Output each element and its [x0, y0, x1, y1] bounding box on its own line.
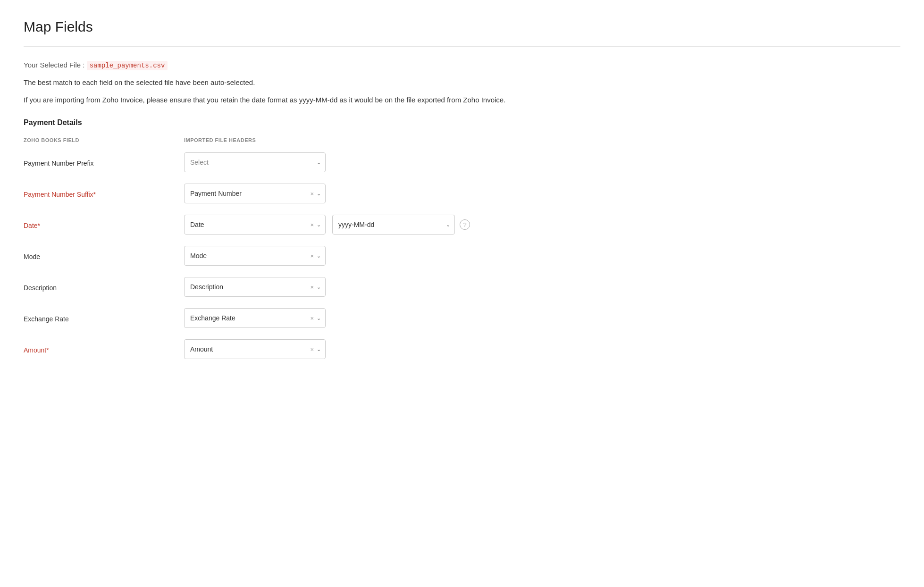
clear-icon-6[interactable]: × — [310, 346, 314, 353]
info-text-1: The best match to each field on the sele… — [24, 77, 900, 88]
title-divider — [24, 46, 900, 47]
field-select-4[interactable]: SelectDescription — [184, 277, 326, 297]
clear-icon-3[interactable]: × — [310, 252, 314, 260]
field-row: Amount*SelectAmount×⌄ — [24, 337, 900, 361]
field-select-2[interactable]: SelectDate — [184, 215, 326, 235]
date-format-select[interactable]: yyyy-MM-dd — [332, 215, 455, 235]
clear-icon-5[interactable]: × — [310, 315, 314, 322]
select-wrapper-6: SelectAmount×⌄ — [184, 339, 326, 359]
field-label-5: Exchange Rate — [24, 313, 184, 323]
field-row: Payment Number Suffix*SelectPayment Numb… — [24, 182, 900, 205]
select-wrapper-5: SelectExchange Rate×⌄ — [184, 308, 326, 328]
date-format-wrapper: yyyy-MM-dd⌄ — [332, 215, 455, 235]
col-header-imported-headers: IMPORTED FILE HEADERS — [184, 137, 344, 143]
section-title: Payment Details — [24, 118, 900, 127]
field-select-5[interactable]: SelectExchange Rate — [184, 308, 326, 328]
page-title: Map Fields — [24, 19, 900, 35]
field-label-1: Payment Number Suffix* — [24, 189, 184, 198]
clear-icon-4[interactable]: × — [310, 284, 314, 291]
field-label-0: Payment Number Prefix — [24, 158, 184, 167]
file-label: Your Selected File : — [24, 61, 85, 69]
field-label-2: Date* — [24, 220, 184, 229]
field-select-6[interactable]: SelectAmount — [184, 339, 326, 359]
select-wrapper-1: SelectPayment Number×⌄ — [184, 184, 326, 203]
clear-icon-2[interactable]: × — [310, 221, 314, 228]
field-select-3[interactable]: SelectMode — [184, 246, 326, 266]
col-header-books-field: ZOHO BOOKS FIELD — [24, 137, 184, 143]
field-label-4: Description — [24, 282, 184, 292]
field-select-0[interactable]: Select — [184, 152, 326, 172]
selected-file-info: Your Selected File : sample_payments.csv — [24, 60, 900, 71]
field-row: Exchange RateSelectExchange Rate×⌄ — [24, 306, 900, 330]
field-row: Date*SelectDate×⌄yyyy-MM-dd⌄? — [24, 213, 900, 236]
file-name: sample_payments.csv — [87, 61, 168, 70]
help-icon[interactable]: ? — [460, 219, 470, 230]
field-label-3: Mode — [24, 251, 184, 260]
select-wrapper-0: Select⌄ — [184, 152, 326, 172]
field-label-6: Amount* — [24, 344, 184, 354]
select-wrapper-2: SelectDate×⌄ — [184, 215, 326, 235]
info-text-2: If you are importing from Zoho Invoice, … — [24, 95, 900, 106]
field-row: DescriptionSelectDescription×⌄ — [24, 275, 900, 299]
fields-container: Payment Number PrefixSelect⌄Payment Numb… — [24, 151, 900, 361]
field-select-1[interactable]: SelectPayment Number — [184, 184, 326, 203]
select-wrapper-4: SelectDescription×⌄ — [184, 277, 326, 297]
select-wrapper-3: SelectMode×⌄ — [184, 246, 326, 266]
column-headers: ZOHO BOOKS FIELD IMPORTED FILE HEADERS — [24, 137, 900, 143]
field-row: Payment Number PrefixSelect⌄ — [24, 151, 900, 174]
clear-icon-1[interactable]: × — [310, 190, 314, 197]
field-row: ModeSelectMode×⌄ — [24, 244, 900, 268]
